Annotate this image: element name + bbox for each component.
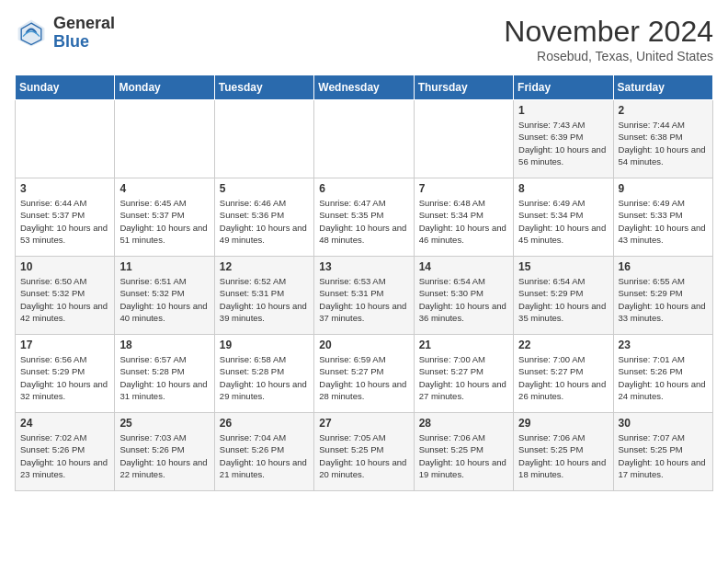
day-number: 15 (518, 260, 608, 273)
day-info: Sunrise: 7:43 AM Sunset: 6:39 PM Dayligh… (518, 119, 608, 167)
calendar-table: SundayMondayTuesdayWednesdayThursdayFrid… (15, 75, 713, 491)
day-cell: 18Sunrise: 6:57 AM Sunset: 5:28 PM Dayli… (115, 335, 214, 413)
day-cell: 10Sunrise: 6:50 AM Sunset: 5:32 PM Dayli… (16, 257, 115, 335)
day-info: Sunrise: 6:47 AM Sunset: 5:35 PM Dayligh… (319, 197, 408, 246)
day-number: 29 (518, 417, 608, 430)
day-info: Sunrise: 6:49 AM Sunset: 5:33 PM Dayligh… (619, 197, 708, 246)
day-number: 8 (518, 182, 608, 195)
day-info: Sunrise: 6:55 AM Sunset: 5:29 PM Dayligh… (619, 275, 708, 324)
day-info: Sunrise: 7:44 AM Sunset: 6:38 PM Dayligh… (619, 119, 708, 167)
day-cell: 29Sunrise: 7:06 AM Sunset: 5:25 PM Dayli… (514, 413, 613, 491)
logo: General Blue (15, 15, 115, 52)
day-number: 25 (119, 417, 209, 430)
day-number: 26 (220, 417, 309, 430)
day-number: 18 (119, 339, 209, 351)
day-header-sunday: Sunday (16, 75, 115, 100)
day-number: 22 (518, 339, 608, 351)
day-number: 23 (619, 339, 708, 351)
day-cell: 16Sunrise: 6:55 AM Sunset: 5:29 PM Dayli… (613, 257, 712, 335)
day-number: 28 (419, 417, 508, 430)
day-number: 1 (518, 104, 608, 117)
day-cell: 9Sunrise: 6:49 AM Sunset: 5:33 PM Daylig… (613, 178, 712, 257)
day-info: Sunrise: 7:02 AM Sunset: 5:26 PM Dayligh… (20, 431, 109, 480)
day-number: 16 (619, 260, 708, 273)
day-cell: 24Sunrise: 7:02 AM Sunset: 5:26 PM Dayli… (16, 413, 115, 491)
day-info: Sunrise: 6:58 AM Sunset: 5:28 PM Dayligh… (220, 353, 309, 402)
day-header-wednesday: Wednesday (314, 75, 414, 100)
week-row-2: 3Sunrise: 6:44 AM Sunset: 5:37 PM Daylig… (16, 178, 713, 257)
day-info: Sunrise: 6:59 AM Sunset: 5:27 PM Dayligh… (319, 353, 408, 402)
day-info: Sunrise: 6:44 AM Sunset: 5:37 PM Dayligh… (20, 197, 109, 246)
day-number: 11 (119, 260, 209, 273)
day-cell: 8Sunrise: 6:49 AM Sunset: 5:34 PM Daylig… (514, 178, 613, 257)
day-cell: 20Sunrise: 6:59 AM Sunset: 5:27 PM Dayli… (314, 335, 414, 413)
day-info: Sunrise: 7:06 AM Sunset: 5:25 PM Dayligh… (419, 431, 508, 480)
day-number: 14 (419, 260, 508, 273)
day-cell: 28Sunrise: 7:06 AM Sunset: 5:25 PM Dayli… (414, 413, 513, 491)
day-cell: 6Sunrise: 6:47 AM Sunset: 5:35 PM Daylig… (314, 178, 414, 257)
logo-icon (15, 17, 48, 50)
day-cell: 13Sunrise: 6:53 AM Sunset: 5:31 PM Dayli… (314, 257, 414, 335)
logo-blue: Blue (53, 32, 89, 51)
day-info: Sunrise: 7:00 AM Sunset: 5:27 PM Dayligh… (518, 353, 608, 402)
day-header-saturday: Saturday (613, 75, 712, 100)
day-info: Sunrise: 7:00 AM Sunset: 5:27 PM Dayligh… (419, 353, 508, 402)
day-cell: 2Sunrise: 7:44 AM Sunset: 6:38 PM Daylig… (613, 100, 712, 178)
day-number: 3 (20, 182, 109, 195)
day-cell: 30Sunrise: 7:07 AM Sunset: 5:25 PM Dayli… (613, 413, 712, 491)
day-info: Sunrise: 6:57 AM Sunset: 5:28 PM Dayligh… (119, 353, 209, 402)
header-row: SundayMondayTuesdayWednesdayThursdayFrid… (16, 75, 713, 100)
day-info: Sunrise: 6:45 AM Sunset: 5:37 PM Dayligh… (119, 197, 209, 246)
day-info: Sunrise: 7:01 AM Sunset: 5:26 PM Dayligh… (619, 353, 708, 402)
day-cell: 17Sunrise: 6:56 AM Sunset: 5:29 PM Dayli… (16, 335, 115, 413)
day-cell: 15Sunrise: 6:54 AM Sunset: 5:29 PM Dayli… (514, 257, 613, 335)
day-cell: 1Sunrise: 7:43 AM Sunset: 6:39 PM Daylig… (514, 100, 613, 178)
day-cell: 4Sunrise: 6:45 AM Sunset: 5:37 PM Daylig… (115, 178, 214, 257)
day-number: 2 (619, 104, 708, 117)
day-info: Sunrise: 6:54 AM Sunset: 5:30 PM Dayligh… (419, 275, 508, 324)
day-info: Sunrise: 7:04 AM Sunset: 5:26 PM Dayligh… (220, 431, 309, 480)
day-cell: 22Sunrise: 7:00 AM Sunset: 5:27 PM Dayli… (514, 335, 613, 413)
day-number: 9 (619, 182, 708, 195)
day-header-friday: Friday (514, 75, 613, 100)
day-info: Sunrise: 7:05 AM Sunset: 5:25 PM Dayligh… (319, 431, 408, 480)
day-cell (314, 100, 414, 178)
day-info: Sunrise: 6:54 AM Sunset: 5:29 PM Dayligh… (518, 275, 608, 324)
week-row-1: 1Sunrise: 7:43 AM Sunset: 6:39 PM Daylig… (16, 100, 713, 178)
week-row-4: 17Sunrise: 6:56 AM Sunset: 5:29 PM Dayli… (16, 335, 713, 413)
day-number: 7 (419, 182, 508, 195)
day-number: 4 (119, 182, 209, 195)
day-info: Sunrise: 7:07 AM Sunset: 5:25 PM Dayligh… (619, 431, 708, 480)
location: Rosebud, Texas, United States (504, 49, 713, 63)
day-info: Sunrise: 6:49 AM Sunset: 5:34 PM Dayligh… (518, 197, 608, 246)
day-number: 17 (20, 339, 109, 351)
day-cell: 5Sunrise: 6:46 AM Sunset: 5:36 PM Daylig… (214, 178, 313, 257)
day-cell (115, 100, 214, 178)
day-cell: 11Sunrise: 6:51 AM Sunset: 5:32 PM Dayli… (115, 257, 214, 335)
day-info: Sunrise: 6:51 AM Sunset: 5:32 PM Dayligh… (119, 275, 209, 324)
day-cell: 25Sunrise: 7:03 AM Sunset: 5:26 PM Dayli… (115, 413, 214, 491)
day-number: 30 (619, 417, 708, 430)
day-info: Sunrise: 6:56 AM Sunset: 5:29 PM Dayligh… (20, 353, 109, 402)
day-number: 21 (419, 339, 508, 351)
day-cell: 12Sunrise: 6:52 AM Sunset: 5:31 PM Dayli… (214, 257, 313, 335)
title-block: November 2024 Rosebud, Texas, United Sta… (504, 15, 713, 63)
day-info: Sunrise: 6:50 AM Sunset: 5:32 PM Dayligh… (20, 275, 109, 324)
day-cell: 23Sunrise: 7:01 AM Sunset: 5:26 PM Dayli… (613, 335, 712, 413)
day-cell: 19Sunrise: 6:58 AM Sunset: 5:28 PM Dayli… (214, 335, 313, 413)
day-info: Sunrise: 6:48 AM Sunset: 5:34 PM Dayligh… (419, 197, 508, 246)
logo-text: General Blue (53, 15, 115, 52)
day-number: 24 (20, 417, 109, 430)
day-header-thursday: Thursday (414, 75, 513, 100)
day-number: 27 (319, 417, 408, 430)
day-number: 13 (319, 260, 408, 273)
day-header-tuesday: Tuesday (214, 75, 313, 100)
day-cell: 26Sunrise: 7:04 AM Sunset: 5:26 PM Dayli… (214, 413, 313, 491)
page-header: General Blue November 2024 Rosebud, Texa… (15, 15, 713, 63)
week-row-5: 24Sunrise: 7:02 AM Sunset: 5:26 PM Dayli… (16, 413, 713, 491)
day-number: 6 (319, 182, 408, 195)
day-cell: 14Sunrise: 6:54 AM Sunset: 5:30 PM Dayli… (414, 257, 513, 335)
day-cell (214, 100, 313, 178)
day-cell: 3Sunrise: 6:44 AM Sunset: 5:37 PM Daylig… (16, 178, 115, 257)
day-info: Sunrise: 7:03 AM Sunset: 5:26 PM Dayligh… (119, 431, 209, 480)
